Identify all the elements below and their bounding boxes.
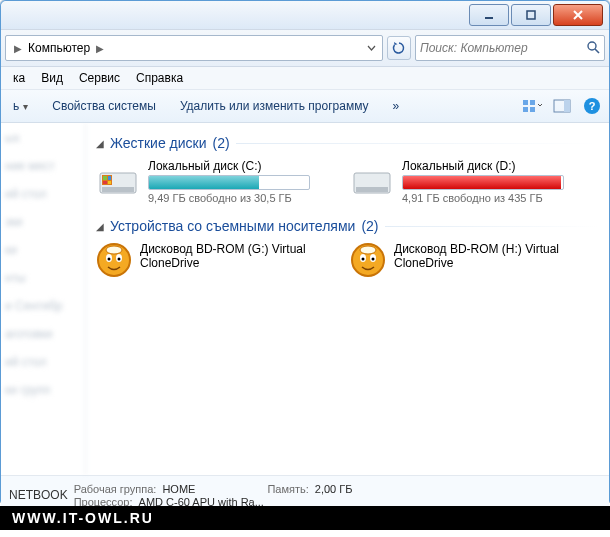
svg-rect-13 xyxy=(102,187,134,192)
explorer-window: ▶ Компьютер ▶ Поиск: Компьютер ка Вид Се… xyxy=(0,0,610,502)
search-placeholder: Поиск: Компьютер xyxy=(420,41,528,55)
sidebar-item[interactable]: ых xyxy=(5,131,81,145)
content-pane: ◢ Жесткие диски (2) Локальный диск (C:) … xyxy=(86,123,609,475)
drive-name: Локальный диск (C:) xyxy=(148,159,326,173)
menu-help[interactable]: Справка xyxy=(128,69,191,87)
search-icon xyxy=(586,40,600,57)
organize-dropdown[interactable]: ь ▾ xyxy=(7,96,34,116)
svg-rect-9 xyxy=(564,100,570,112)
removable-item-g[interactable]: Дисковод BD-ROM (G:) Virtual CloneDrive xyxy=(96,242,326,278)
refresh-button[interactable] xyxy=(387,36,411,60)
svg-point-2 xyxy=(588,42,596,50)
hdd-icon xyxy=(96,159,140,199)
workgroup-value: HOME xyxy=(162,483,195,495)
memory-label: Память: xyxy=(267,483,308,495)
group-title: Жесткие диски xyxy=(110,135,207,151)
clonedrive-icon xyxy=(350,242,386,278)
breadcrumb[interactable]: ▶ Компьютер ▶ xyxy=(5,35,383,61)
svg-rect-18 xyxy=(108,181,111,184)
watermark: WWW.IT-OWL.RU xyxy=(0,506,610,530)
title-bar xyxy=(1,1,609,30)
svg-point-25 xyxy=(118,258,121,261)
tiles-icon xyxy=(522,98,542,114)
help-button[interactable]: ? xyxy=(581,95,603,117)
memory-value: 2,00 ГБ xyxy=(315,483,353,495)
svg-rect-20 xyxy=(356,187,388,192)
svg-point-30 xyxy=(362,258,365,261)
body-area: ых ние мест ий стол зки ки нты и Сентябр… xyxy=(1,123,609,475)
sidebar-item[interactable]: ки xyxy=(5,243,81,257)
drive-list: Локальный диск (C:) 9,49 ГБ свободно из … xyxy=(96,159,599,204)
sidebar-item[interactable]: ий стол xyxy=(5,187,81,201)
menu-bar: ка Вид Сервис Справка xyxy=(1,67,609,90)
menu-service[interactable]: Сервис xyxy=(71,69,128,87)
breadcrumb-item[interactable]: Компьютер xyxy=(28,41,90,55)
group-title: Устройства со съемными носителями xyxy=(110,218,355,234)
drive-item-c[interactable]: Локальный диск (C:) 9,49 ГБ свободно из … xyxy=(96,159,326,204)
sidebar-item[interactable]: ий стол xyxy=(5,355,81,369)
collapse-icon: ◢ xyxy=(96,138,104,149)
close-icon xyxy=(571,9,585,21)
group-count: (2) xyxy=(361,218,378,234)
breadcrumb-dropdown[interactable] xyxy=(363,44,380,53)
svg-rect-6 xyxy=(523,107,528,112)
collapse-icon: ◢ xyxy=(96,221,104,232)
refresh-icon xyxy=(392,41,406,55)
svg-rect-4 xyxy=(523,100,528,105)
svg-rect-5 xyxy=(530,100,535,105)
svg-rect-17 xyxy=(103,181,107,184)
svg-text:?: ? xyxy=(589,100,596,112)
menu-truncated[interactable]: ка xyxy=(5,69,33,87)
usage-bar xyxy=(402,175,564,190)
sidebar-item[interactable]: аготовки xyxy=(5,327,81,341)
sidebar-item[interactable]: зки xyxy=(5,215,81,229)
maximize-button[interactable] xyxy=(511,4,551,26)
minimize-icon xyxy=(483,9,495,21)
drive-name: Локальный диск (D:) xyxy=(402,159,580,173)
sidebar-item[interactable]: нты xyxy=(5,271,81,285)
usage-bar xyxy=(148,175,310,190)
chevron-right-icon: ▶ xyxy=(90,43,110,54)
svg-rect-0 xyxy=(485,17,493,19)
system-properties-button[interactable]: Свойства системы xyxy=(46,96,162,116)
help-icon: ? xyxy=(583,97,601,115)
svg-point-26 xyxy=(106,246,122,254)
removable-list: Дисковод BD-ROM (G:) Virtual CloneDrive … xyxy=(96,242,599,278)
uninstall-program-button[interactable]: Удалить или изменить программу xyxy=(174,96,375,116)
minimize-button[interactable] xyxy=(469,4,509,26)
chevron-down-icon xyxy=(367,44,376,53)
removable-item-h[interactable]: Дисковод BD-ROM (H:) Virtual CloneDrive xyxy=(350,242,580,278)
chevron-right-icon: ▶ xyxy=(8,43,28,54)
hdd-icon xyxy=(350,159,394,199)
removable-name: Дисковод BD-ROM (G:) Virtual CloneDrive xyxy=(140,242,326,270)
group-header-removable[interactable]: ◢ Устройства со съемными носителями (2) xyxy=(96,218,599,234)
view-options-button[interactable] xyxy=(521,95,543,117)
sidebar-item[interactable]: ние мест xyxy=(5,159,81,173)
preview-pane-icon xyxy=(553,99,571,113)
drive-item-d[interactable]: Локальный диск (D:) 4,91 ГБ свободно из … xyxy=(350,159,580,204)
menu-view[interactable]: Вид xyxy=(33,69,71,87)
svg-rect-15 xyxy=(103,176,107,180)
sidebar-item[interactable]: и Сентябр xyxy=(5,299,81,313)
svg-rect-7 xyxy=(530,107,535,112)
maximize-icon xyxy=(525,9,537,21)
close-button[interactable] xyxy=(553,4,603,26)
group-header-hdd[interactable]: ◢ Жесткие диски (2) xyxy=(96,135,599,151)
nav-bar: ▶ Компьютер ▶ Поиск: Компьютер xyxy=(1,30,609,67)
command-bar: ь ▾ Свойства системы Удалить или изменит… xyxy=(1,90,609,123)
toolbar-overflow[interactable]: » xyxy=(387,96,406,116)
removable-name: Дисковод BD-ROM (H:) Virtual CloneDrive xyxy=(394,242,580,270)
drive-free-text: 4,91 ГБ свободно из 435 ГБ xyxy=(402,192,580,204)
search-input[interactable]: Поиск: Компьютер xyxy=(415,35,605,61)
workgroup-label: Рабочая группа: xyxy=(74,483,157,495)
sidebar-item[interactable]: ки групп xyxy=(5,383,81,397)
svg-point-32 xyxy=(360,246,376,254)
drive-free-text: 9,49 ГБ свободно из 30,5 ГБ xyxy=(148,192,326,204)
svg-line-3 xyxy=(595,49,599,53)
svg-point-24 xyxy=(108,258,111,261)
svg-point-31 xyxy=(372,258,375,261)
clonedrive-icon xyxy=(96,242,132,278)
svg-rect-16 xyxy=(108,176,111,180)
preview-pane-button[interactable] xyxy=(551,95,573,117)
navigation-pane[interactable]: ых ние мест ий стол зки ки нты и Сентябр… xyxy=(1,123,86,475)
